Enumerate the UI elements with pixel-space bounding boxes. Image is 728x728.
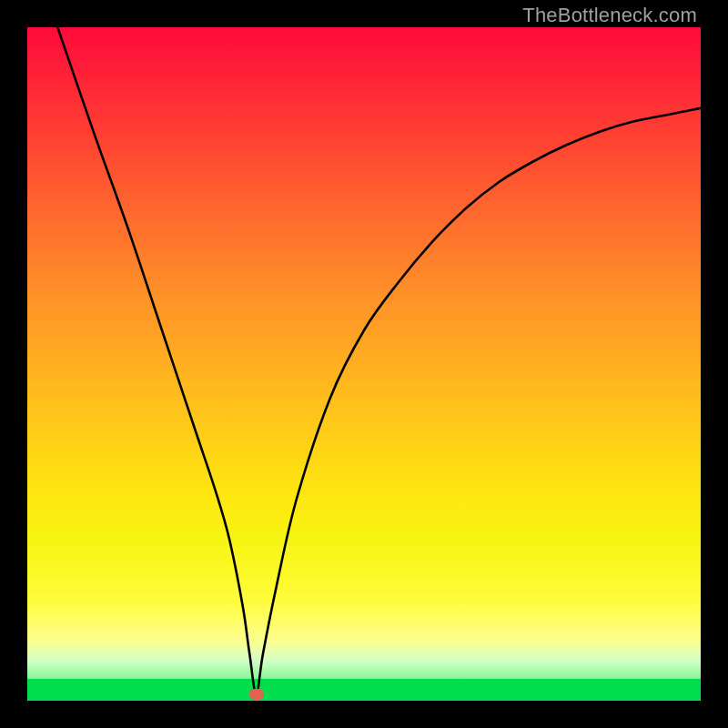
curve-svg — [27, 27, 701, 701]
plot-area — [27, 27, 701, 701]
chart-frame: TheBottleneck.com — [0, 0, 728, 728]
minimum-marker — [249, 689, 264, 700]
bottleneck-curve — [57, 27, 701, 694]
watermark-text: TheBottleneck.com — [522, 4, 697, 27]
